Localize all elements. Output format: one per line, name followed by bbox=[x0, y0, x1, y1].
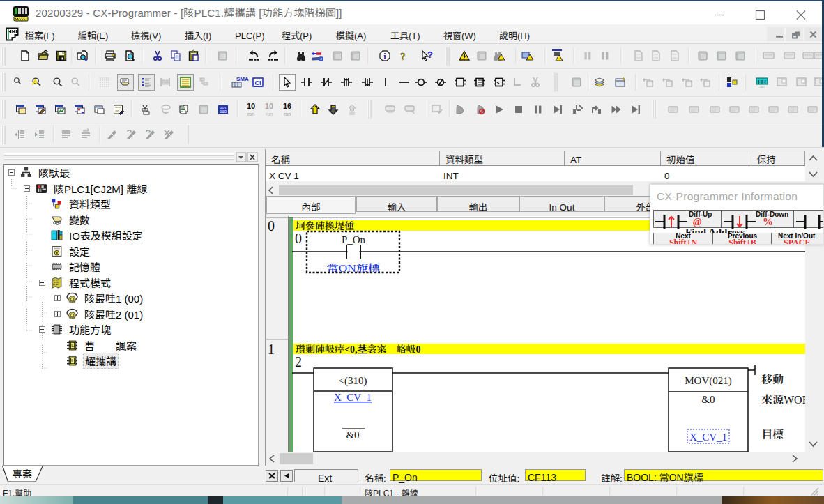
svg-text:?: ? bbox=[427, 49, 433, 60]
svg-text:P_On: P_On bbox=[342, 231, 366, 246]
svg-text:<(310): <(310) bbox=[339, 372, 367, 387]
svg-text:1: 1 bbox=[268, 338, 275, 358]
svg-text:&0: &0 bbox=[346, 427, 359, 441]
svg-text:ran: ran bbox=[759, 84, 764, 89]
svg-text:目標: 目標 bbox=[761, 426, 784, 442]
svg-text:ron: ron bbox=[247, 112, 254, 116]
svg-text:L: L bbox=[71, 358, 74, 364]
svg-text:?: ? bbox=[400, 51, 406, 62]
svg-text:CI: CI bbox=[255, 79, 261, 86]
svg-text:10: 10 bbox=[247, 102, 255, 110]
svg-text:X_CV_1: X_CV_1 bbox=[689, 429, 727, 443]
svg-text:&0: &0 bbox=[701, 391, 715, 406]
svg-text:0: 0 bbox=[268, 216, 275, 235]
svg-text:MOV(021): MOV(021) bbox=[685, 372, 732, 387]
svg-text:L: L bbox=[71, 342, 74, 349]
svg-text:2: 2 bbox=[295, 351, 302, 371]
svg-text:SMA: SMA bbox=[236, 76, 249, 82]
svg-text:0: 0 bbox=[295, 227, 302, 247]
svg-text:010: 010 bbox=[220, 109, 227, 114]
svg-text:移動: 移動 bbox=[761, 371, 784, 387]
svg-text:X_CV_1: X_CV_1 bbox=[334, 389, 372, 404]
svg-text:ron: ron bbox=[266, 112, 273, 116]
svg-text:ron: ron bbox=[284, 112, 291, 116]
svg-text:10: 10 bbox=[265, 102, 273, 110]
svg-text:16: 16 bbox=[283, 102, 291, 110]
svg-text:專案: 專案 bbox=[13, 466, 32, 480]
svg-text:坷參硨換堤偅: 坷參硨換堤偅 bbox=[296, 218, 354, 232]
svg-text:瓚剿硨岋瘁<0,茎衾寀 峈岋0: 瓚剿硨岋瘁<0,茎衾寀 峈岋0 bbox=[296, 342, 420, 356]
